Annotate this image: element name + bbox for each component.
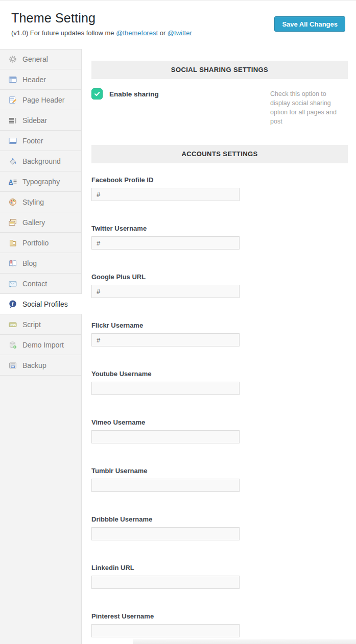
tumblr-username-input[interactable] xyxy=(91,479,240,492)
sidebar-item-sidebar[interactable]: Sidebar xyxy=(0,110,82,131)
field-label: Twitter Username xyxy=(91,225,348,233)
sidebar-item-demo-import[interactable]: Demo Import xyxy=(0,335,82,355)
sidebar-item-label: Typography xyxy=(22,178,60,186)
svg-text:A: A xyxy=(9,178,13,184)
book-icon xyxy=(8,259,17,268)
field-youtube-username: Youtube Username xyxy=(91,370,348,395)
svg-text:css: css xyxy=(10,323,16,326)
folder-icon xyxy=(8,238,17,247)
sidebar-item-label: Blog xyxy=(22,259,37,267)
sidebar-item-general[interactable]: General xyxy=(0,49,82,69)
twitter-username-input[interactable] xyxy=(91,236,240,250)
field-linkedin-url: Linkedin URL xyxy=(91,564,348,589)
sidebar-item-blog[interactable]: Blog xyxy=(0,253,82,274)
sidebar-item-label: Backup xyxy=(22,361,46,369)
field-facebook-profile-id: Facebook Profile ID xyxy=(91,176,348,201)
field-flickr-username: Flickr Username xyxy=(91,321,348,346)
subtitle-text: (v1.0) For future updates follow me xyxy=(11,29,116,37)
sidebar-item-label: Script xyxy=(22,320,41,329)
typography-icon: A xyxy=(8,177,17,186)
enable-sharing-row: Enable sharing Check this option to disp… xyxy=(91,88,348,145)
sidebar-item-styling[interactable]: Styling xyxy=(0,192,82,212)
page-edit-icon xyxy=(8,95,17,105)
accounts-fields: Facebook Profile ID Twitter Username Goo… xyxy=(91,176,348,637)
enable-sharing-label: Enable sharing xyxy=(109,90,159,98)
backup-drive-icon xyxy=(8,361,17,370)
field-label: Vimeo Username xyxy=(91,418,348,427)
sidebar-item-page-header[interactable]: Page Header xyxy=(0,90,82,110)
dribbble-username-input[interactable] xyxy=(91,527,240,540)
sidebar-item-social-profiles[interactable]: f Social Profiles xyxy=(0,294,82,314)
photos-icon xyxy=(8,218,17,227)
field-label: Linkedin URL xyxy=(91,564,348,572)
database-import-icon xyxy=(8,340,17,350)
palette-icon xyxy=(8,197,17,207)
flickr-username-input[interactable] xyxy=(91,333,240,346)
pinterest-username-input[interactable] xyxy=(91,624,240,637)
sidebar-item-gallery[interactable]: Gallery xyxy=(0,212,82,233)
sidebar-item-backup[interactable]: Backup xyxy=(0,355,82,376)
sidebar-item-label: Header xyxy=(22,76,46,84)
section-header-accounts: ACCOUNTS SETTINGS xyxy=(91,145,348,163)
field-label: Pinterest Username xyxy=(91,612,348,621)
settings-content: SOCIAL SHARING SETTINGS Enable sharing C… xyxy=(82,49,356,644)
youtube-username-input[interactable] xyxy=(91,382,240,395)
field-label: Facebook Profile ID xyxy=(91,176,348,184)
enable-sharing-checkbox[interactable] xyxy=(91,88,103,100)
field-dribbble-username: Dribbble Username xyxy=(91,515,348,540)
sidebar-item-typography[interactable]: A Typography xyxy=(0,171,82,192)
enable-sharing-help-text: Check this option to display social shar… xyxy=(270,89,348,126)
sidebar-item-contact[interactable]: Contact xyxy=(0,274,82,294)
twitter-link[interactable]: @twitter xyxy=(168,29,192,37)
sidebar-item-label: Background xyxy=(22,157,61,165)
sidebar-item-label: Demo Import xyxy=(22,341,64,349)
sidebar-item-label: Gallery xyxy=(22,218,45,227)
enable-sharing-control: Enable sharing xyxy=(91,88,159,100)
themeforest-link[interactable]: @themeforest xyxy=(116,29,158,37)
sidebar-item-label: General xyxy=(22,55,48,63)
field-tumblr-username: Tumblr Username xyxy=(91,467,348,492)
section-header-social-sharing: SOCIAL SHARING SETTINGS xyxy=(91,61,348,79)
settings-sidebar: General Header Page Header Sidebar Foote… xyxy=(0,49,82,644)
field-twitter-username: Twitter Username xyxy=(91,225,348,250)
sidebar-item-label: Contact xyxy=(22,280,47,288)
facebook-profile-id-input[interactable] xyxy=(91,188,240,201)
vimeo-username-input[interactable] xyxy=(91,430,240,443)
field-label: Tumblr Username xyxy=(91,467,348,475)
facebook-bubble-icon: f xyxy=(8,300,17,309)
page-bottom-shadow xyxy=(133,639,356,644)
sidebar-item-background[interactable]: Background xyxy=(0,151,82,171)
sidebar-item-label: Social Profiles xyxy=(22,300,68,308)
sidebar-item-portfolio[interactable]: Portfolio xyxy=(0,233,82,253)
main-layout: General Header Page Header Sidebar Foote… xyxy=(0,49,356,644)
sidebar-item-header[interactable]: Header xyxy=(0,69,82,90)
sidebar-item-script[interactable]: css Script xyxy=(0,314,82,335)
sidebar-item-label: Sidebar xyxy=(22,116,47,125)
css-badge-icon: css xyxy=(8,320,17,329)
theme-settings-page: Theme Setting (v1.0) For future updates … xyxy=(0,0,356,644)
field-vimeo-username: Vimeo Username xyxy=(91,418,348,443)
field-google-plus-url: Google Plus URL xyxy=(91,273,348,298)
sidebar-item-footer[interactable]: Footer xyxy=(0,131,82,151)
google-plus-url-input[interactable] xyxy=(91,285,240,298)
field-pinterest-username: Pinterest Username xyxy=(91,612,348,637)
sidebar-filler xyxy=(0,376,82,644)
sidebar-item-label: Styling xyxy=(22,198,44,206)
header-layout-icon xyxy=(8,75,17,84)
linkedin-url-input[interactable] xyxy=(91,576,240,589)
sidebar-item-label: Portfolio xyxy=(22,239,49,247)
footer-layout-icon xyxy=(8,136,17,145)
paint-icon xyxy=(8,157,17,166)
sidebar-item-label: Page Header xyxy=(22,96,65,104)
field-label: Youtube Username xyxy=(91,370,348,378)
field-label: Google Plus URL xyxy=(91,273,348,281)
field-label: Flickr Username xyxy=(91,321,348,330)
sidebar-lines-icon xyxy=(8,116,17,125)
field-label: Dribbble Username xyxy=(91,515,348,524)
gear-icon xyxy=(8,55,17,64)
save-all-changes-button[interactable]: Save All Changes xyxy=(274,16,345,32)
subtitle-or: or xyxy=(158,29,168,37)
envelope-icon xyxy=(8,279,17,288)
sidebar-item-label: Footer xyxy=(22,137,43,145)
page-header: Theme Setting (v1.0) For future updates … xyxy=(0,1,356,49)
